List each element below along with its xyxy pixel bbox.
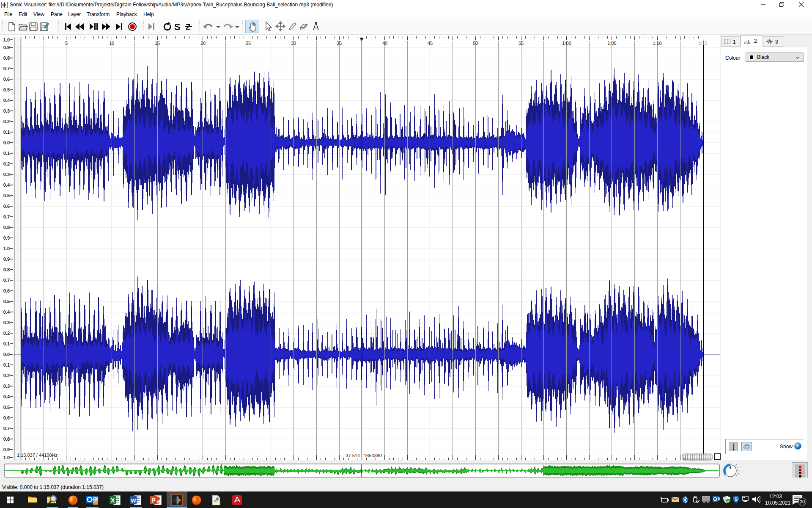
svg-text:50: 50 bbox=[473, 41, 478, 46]
svg-text:0.7: 0.7 bbox=[3, 66, 10, 71]
svg-text:5: 5 bbox=[65, 41, 68, 46]
svg-text:0.1: 0.1 bbox=[3, 362, 10, 367]
svg-text:0.8: 0.8 bbox=[3, 55, 10, 61]
svg-text:0.2: 0.2 bbox=[3, 373, 10, 378]
svg-text:Z: Z bbox=[186, 22, 191, 31]
svg-text:0.8: 0.8 bbox=[3, 267, 10, 272]
svg-text:0.5: 0.5 bbox=[3, 193, 10, 198]
svg-text:0.3: 0.3 bbox=[3, 384, 10, 389]
svg-text:1.0: 1.0 bbox=[3, 455, 10, 460]
svg-text:0.3: 0.3 bbox=[3, 320, 10, 325]
svg-text:0.9: 0.9 bbox=[3, 45, 10, 50]
svg-text:0.6: 0.6 bbox=[3, 77, 10, 82]
svg-text:1.0: 1.0 bbox=[3, 37, 10, 42]
svg-text:20: 20 bbox=[200, 41, 206, 46]
svg-text:0.7: 0.7 bbox=[3, 426, 10, 431]
svg-text:S: S bbox=[735, 497, 738, 502]
svg-text:0.4: 0.4 bbox=[3, 182, 10, 188]
svg-text:0.7: 0.7 bbox=[3, 278, 10, 283]
svg-text:1654380: 1654380 bbox=[364, 453, 382, 458]
svg-text:1:00: 1:00 bbox=[562, 41, 571, 46]
svg-text:0.7: 0.7 bbox=[3, 214, 10, 219]
svg-text:0.2: 0.2 bbox=[3, 119, 10, 124]
svg-text:0.2: 0.2 bbox=[3, 331, 10, 336]
svg-text:0.9: 0.9 bbox=[3, 447, 10, 452]
svg-text:1:15.037 / 44100Hz: 1:15.037 / 44100Hz bbox=[17, 453, 58, 458]
svg-text:25: 25 bbox=[246, 41, 251, 46]
svg-text:0.3: 0.3 bbox=[3, 172, 10, 177]
svg-text:0.3: 0.3 bbox=[3, 108, 10, 113]
svg-text:0.6: 0.6 bbox=[3, 204, 10, 209]
svg-text:1:05: 1:05 bbox=[607, 41, 616, 46]
svg-text:0.0: 0.0 bbox=[3, 352, 10, 357]
svg-text:X: X bbox=[111, 497, 115, 504]
svg-text:P: P bbox=[151, 497, 155, 504]
svg-text:40: 40 bbox=[382, 41, 387, 46]
svg-text:30: 30 bbox=[291, 41, 296, 46]
svg-text:37.514: 37.514 bbox=[346, 453, 360, 458]
svg-text:35: 35 bbox=[337, 41, 342, 46]
svg-text:0.1: 0.1 bbox=[3, 130, 10, 135]
svg-text:0.2: 0.2 bbox=[3, 161, 10, 166]
svg-text:0.8: 0.8 bbox=[3, 436, 10, 442]
svg-text:0.6: 0.6 bbox=[3, 288, 10, 293]
svg-text:0.5: 0.5 bbox=[3, 299, 10, 304]
svg-text:20: 20 bbox=[800, 499, 805, 504]
svg-text:0.1: 0.1 bbox=[3, 151, 10, 156]
svg-text:0.9: 0.9 bbox=[3, 235, 10, 240]
svg-text:55: 55 bbox=[518, 41, 524, 46]
svg-text:0.6: 0.6 bbox=[3, 415, 10, 420]
svg-text:45: 45 bbox=[428, 41, 433, 46]
svg-text:0.4: 0.4 bbox=[3, 309, 10, 315]
svg-text:0.5: 0.5 bbox=[3, 87, 10, 92]
svg-text:1:10: 1:10 bbox=[653, 41, 661, 46]
svg-text:10: 10 bbox=[109, 41, 114, 46]
svg-text:0.8: 0.8 bbox=[3, 225, 10, 230]
svg-text:1:15: 1:15 bbox=[698, 41, 707, 46]
svg-text:15: 15 bbox=[155, 41, 160, 46]
svg-text:0.9: 0.9 bbox=[3, 257, 10, 262]
svg-text:1.0: 1.0 bbox=[3, 246, 10, 251]
svg-text:0.0: 0.0 bbox=[3, 140, 10, 145]
svg-text:0.1: 0.1 bbox=[3, 341, 10, 346]
svg-text:W: W bbox=[131, 497, 136, 504]
svg-text:0.5: 0.5 bbox=[3, 405, 10, 410]
svg-text:S: S bbox=[174, 22, 181, 32]
svg-text:0.4: 0.4 bbox=[3, 394, 10, 399]
svg-text:0.4: 0.4 bbox=[3, 98, 10, 103]
